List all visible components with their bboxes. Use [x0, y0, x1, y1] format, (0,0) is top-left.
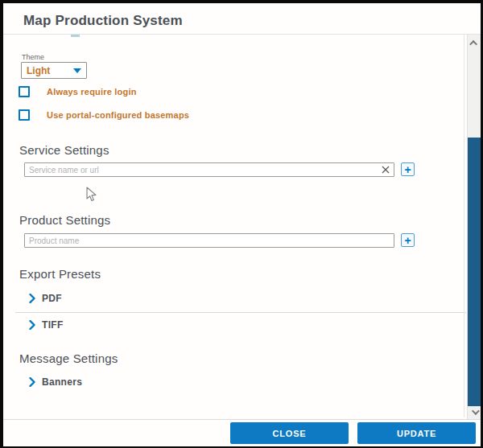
expander-label: Banners [42, 376, 82, 388]
close-button[interactable]: CLOSE [230, 422, 349, 444]
update-button[interactable]: UPDATE [357, 422, 476, 444]
chevron-right-icon [29, 294, 35, 303]
footer-divider [3, 419, 483, 420]
scrollbar-thumb[interactable] [468, 138, 481, 406]
checkbox-portal-basemaps[interactable] [19, 109, 30, 121]
theme-label: Theme [22, 53, 44, 61]
scrolled-content-fragment [71, 35, 80, 37]
theme-select[interactable]: Light [21, 62, 87, 79]
expander-tiff[interactable]: TIFF [29, 319, 64, 331]
service-name-input[interactable] [24, 162, 394, 177]
plus-icon: + [404, 235, 411, 246]
scrollbar-up-button[interactable] [469, 37, 480, 48]
mouse-cursor [86, 187, 97, 205]
clear-icon[interactable] [380, 164, 391, 175]
service-settings-heading: Service Settings [19, 143, 109, 157]
map-production-system-dialog: Map Production System Theme Light Always… [0, 0, 483, 448]
message-settings-heading: Message Settings [19, 351, 118, 365]
content-border [464, 35, 464, 417]
option-row-portal-basemaps: Use portal-configured basemaps [19, 109, 189, 121]
expander-banners[interactable]: Banners [29, 376, 82, 388]
chevron-up-icon [469, 39, 477, 47]
chevron-down-icon [73, 68, 81, 73]
product-name-input[interactable] [24, 233, 394, 248]
add-product-button[interactable]: + [401, 233, 415, 247]
checkbox-label: Always require login [47, 87, 137, 97]
export-presets-heading: Export Presets [19, 267, 101, 281]
add-service-button[interactable]: + [401, 162, 415, 176]
chevron-right-icon [29, 377, 35, 387]
preset-divider [15, 312, 466, 313]
theme-selected-value: Light [27, 65, 73, 76]
scrollbar-down-button[interactable] [469, 406, 480, 417]
expander-label: PDF [42, 293, 62, 304]
plus-icon: + [404, 164, 411, 175]
chevron-right-icon [29, 320, 35, 330]
option-row-always-require-login: Always require login [19, 86, 137, 97]
page-title: Map Production System [23, 13, 183, 29]
checkbox-always-require-login[interactable] [19, 86, 30, 97]
product-settings-heading: Product Settings [19, 213, 110, 227]
checkbox-label: Use portal-configured basemaps [47, 110, 189, 120]
expander-label: TIFF [42, 319, 64, 331]
chevron-down-icon [471, 407, 479, 415]
expander-pdf[interactable]: PDF [29, 293, 62, 304]
